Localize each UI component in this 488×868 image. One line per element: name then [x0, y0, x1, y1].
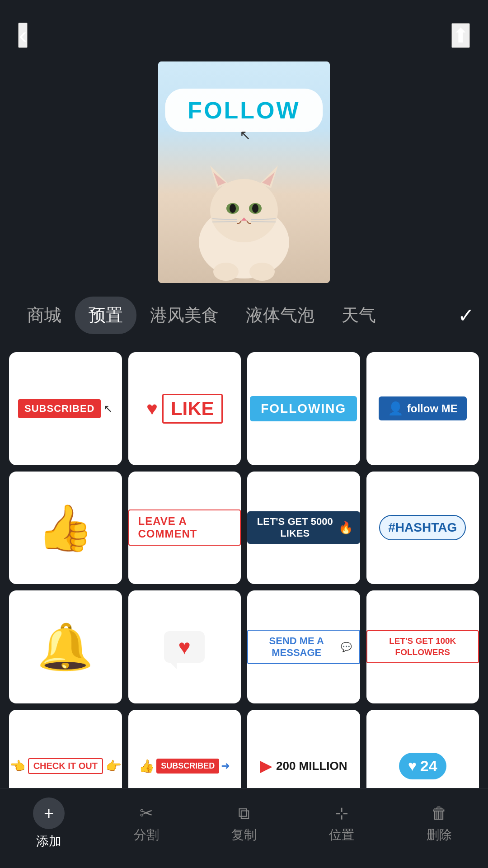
split-label: 分割: [134, 826, 159, 844]
copy-icon: ⧉: [238, 804, 250, 823]
message-icon: 💬: [341, 642, 352, 652]
hand-icon-right: 👉: [106, 759, 122, 774]
tab-preset[interactable]: 预置: [75, 297, 136, 334]
sticker-5000likes[interactable]: LET'S GET 5000 LIKES 🔥: [247, 472, 360, 585]
sticker-following[interactable]: FOLLOWING: [247, 352, 360, 465]
add-label: 添加: [36, 833, 61, 850]
sticker-hashtag[interactable]: #HASHTAG: [366, 472, 479, 585]
confirm-button[interactable]: ✓: [458, 304, 474, 327]
subscribed-content: SUBSCRIBED ↖: [18, 399, 113, 418]
comment-text: LEAVE A COMMENT: [128, 509, 241, 546]
add-content: +: [33, 797, 65, 829]
subscribed-badge: SUBSCRIBED: [18, 399, 101, 418]
message-bubble: ♥: [164, 631, 205, 663]
heartmsg-icon: ♥: [178, 635, 191, 659]
cat-illustration: [181, 138, 307, 283]
share-button[interactable]: ⬆: [451, 23, 470, 48]
arrow-icon: ➜: [221, 760, 230, 772]
like-content: ♥ LIKE: [146, 394, 223, 424]
hand-icon-left: 👈: [9, 759, 25, 774]
sticker-follow-me[interactable]: 👤 follow ME: [366, 352, 479, 465]
follow-text: FOLLOW: [188, 97, 300, 123]
person-icon: 👤: [388, 401, 404, 416]
checkit-content: 👈 CHECK IT OUT 👉: [9, 758, 122, 774]
svg-point-16: [249, 263, 275, 281]
thumbs-icon: 👍: [139, 759, 155, 774]
svg-point-8: [230, 204, 236, 213]
toolbar-position[interactable]: ⊹ 位置: [293, 804, 390, 844]
sendmsg-content: SEND ME A MESSAGE 💬: [247, 630, 360, 664]
bottom-toolbar: + 添加 ✂ 分割 ⧉ 复制 ⊹ 位置 🗑 删除: [0, 788, 488, 868]
following-badge: FOLLOWING: [250, 396, 357, 421]
100k-content: LET'S GET 100K FOLLOWERS: [366, 630, 479, 663]
position-icon: ⊹: [335, 804, 348, 823]
hashtag-badge: #HASHTAG: [379, 515, 466, 540]
sticker-like[interactable]: ♥ LIKE: [128, 352, 241, 465]
back-button[interactable]: ‹: [18, 23, 28, 48]
24likes-count: 24: [420, 757, 437, 775]
heartmsg-content: ♥: [164, 631, 205, 663]
svg-point-15: [213, 263, 239, 281]
sendmsg-text: SEND ME A MESSAGE: [255, 635, 338, 659]
split-icon: ✂: [140, 804, 153, 823]
checkit-text: CHECK IT OUT: [28, 758, 103, 774]
toolbar-copy[interactable]: ⧉ 复制: [195, 804, 293, 844]
followme-text: follow ME: [407, 402, 458, 415]
sticker-heart-message[interactable]: ♥: [128, 590, 241, 703]
toolbar-add[interactable]: + 添加: [0, 797, 98, 850]
tab-mall[interactable]: 商城: [14, 297, 75, 334]
5000likes-content: LET'S GET 5000 LIKES 🔥: [247, 511, 360, 544]
subscribed2-badge: SUBSCRIBED: [156, 759, 219, 774]
tab-liquid-bubble[interactable]: 液体气泡: [232, 297, 328, 334]
cursor-icon: ↖: [239, 127, 251, 143]
follow-button-overlay: FOLLOW: [165, 89, 323, 132]
toolbar-delete[interactable]: 🗑 删除: [390, 804, 488, 844]
200m-text: 200 MILLION: [276, 759, 347, 773]
cursor-small: ↖: [103, 402, 113, 415]
play-icon: ▶: [260, 756, 272, 775]
24likes-content: ♥ 24: [399, 753, 446, 779]
toolbar-split[interactable]: ✂ 分割: [98, 804, 195, 844]
100k-text: LET'S GET 100K FOLLOWERS: [389, 636, 456, 657]
preview-image: FOLLOW ↖: [158, 61, 330, 283]
svg-point-1: [210, 179, 278, 242]
200m-content: ▶ 200 MILLION: [260, 756, 347, 775]
sticker-thumbsup[interactable]: 👍: [9, 472, 122, 585]
checkit-row: 👈 CHECK IT OUT 👉: [9, 758, 122, 774]
followme-badge: 👤 follow ME: [379, 396, 467, 420]
nav-tabs: 商城 预置 港风美食 液体气泡 天气 ✓: [0, 297, 488, 334]
tab-hk-food[interactable]: 港风美食: [136, 297, 232, 334]
sticker-bell[interactable]: 🔔: [9, 590, 122, 703]
header: ‹ ⬆: [0, 0, 488, 57]
delete-icon: 🗑: [431, 804, 447, 823]
thumbsup-icon: 👍: [37, 505, 94, 550]
add-circle-button[interactable]: +: [33, 797, 65, 829]
like-text: LIKE: [162, 394, 223, 424]
like-heart-icon: ♥: [146, 398, 158, 420]
heart-blue-icon: ♥: [408, 758, 417, 774]
bell-icon: 🔔: [37, 620, 94, 674]
sticker-send-message[interactable]: SEND ME A MESSAGE 💬: [247, 590, 360, 703]
fire-icon: 🔥: [338, 521, 353, 535]
position-label: 位置: [329, 826, 354, 844]
add-icon: +: [44, 804, 54, 823]
sticker-leave-comment[interactable]: LEAVE A COMMENT: [128, 472, 241, 585]
sticker-subscribed[interactable]: SUBSCRIBED ↖: [9, 352, 122, 465]
svg-line-12: [212, 222, 237, 222]
sticker-100k[interactable]: LET'S GET 100K FOLLOWERS: [366, 590, 479, 703]
copy-label: 复制: [231, 826, 257, 844]
subscribed2-content: 👍 SUBSCRIBED ➜: [139, 759, 230, 774]
svg-point-9: [252, 204, 258, 213]
svg-line-14: [251, 222, 276, 222]
5000likes-text: LET'S GET 5000 LIKES: [254, 516, 336, 539]
delete-label: 删除: [427, 826, 452, 844]
tab-weather[interactable]: 天气: [328, 297, 389, 334]
preview-area: FOLLOW ↖: [0, 57, 488, 297]
